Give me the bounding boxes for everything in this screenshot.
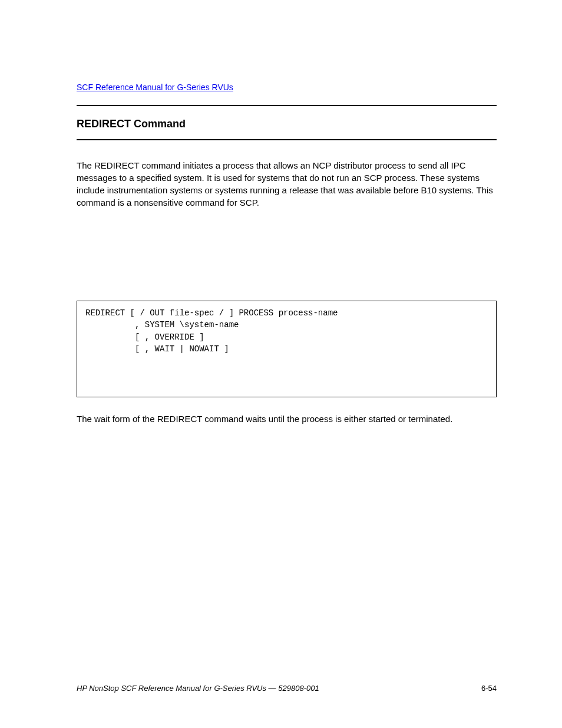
- header-manual-link[interactable]: SCF Reference Manual for G-Series RVUs: [77, 83, 233, 92]
- intro-paragraph: The REDIRECT command initiates a process…: [77, 159, 497, 213]
- code-line-1: REDIRECT [ / OUT file-spec / ] PROCESS p…: [85, 307, 488, 319]
- footer-manual-title: HP NonStop SCF Reference Manual for G-Se…: [77, 684, 319, 693]
- code-line-2: , SYSTEM \system-name: [85, 319, 488, 331]
- horizontal-rule-top: [77, 105, 497, 106]
- code-line-3: [ , OVERRIDE ]: [85, 331, 488, 343]
- syntax-code-block: REDIRECT [ / OUT file-spec / ] PROCESS p…: [77, 301, 497, 397]
- horizontal-rule-bottom: [77, 139, 497, 140]
- section-title: REDIRECT Command: [77, 118, 186, 130]
- page: SCF Reference Manual for G-Series RVUs R…: [0, 0, 562, 728]
- code-line-4: [ , WAIT | NOWAIT ]: [85, 343, 488, 355]
- intro-text: The REDIRECT command initiates a process…: [77, 159, 497, 209]
- wait-description-paragraph: The wait form of the REDIRECT command wa…: [77, 413, 497, 425]
- footer-page-number: 6-54: [481, 684, 497, 693]
